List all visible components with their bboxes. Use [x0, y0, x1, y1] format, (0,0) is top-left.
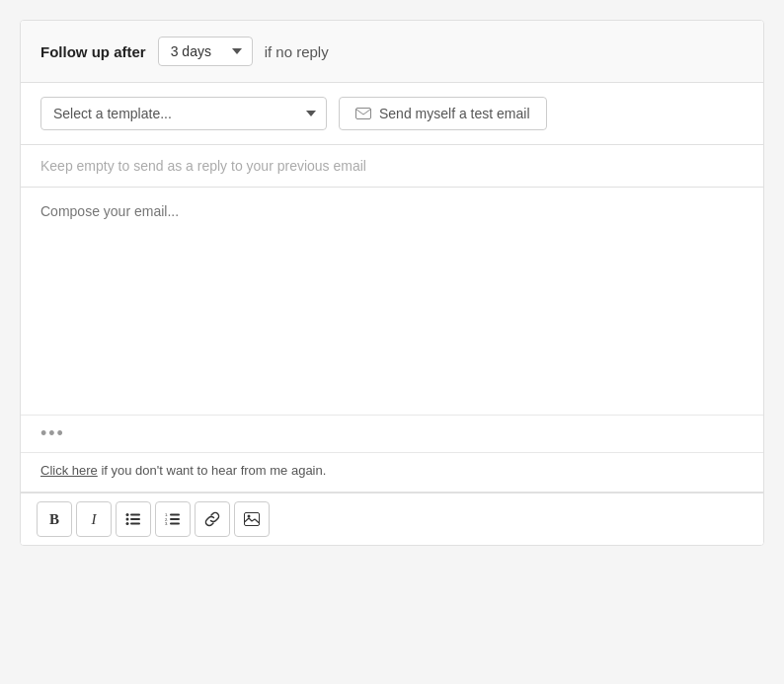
days-select[interactable]: 3 days 1 day 2 days 5 days 7 days 10 day…	[158, 37, 253, 66]
test-email-label: Send myself a test email	[379, 106, 530, 121]
svg-rect-0	[356, 109, 371, 119]
image-button[interactable]	[234, 501, 270, 537]
svg-text:3.: 3.	[165, 521, 168, 526]
svg-rect-10	[170, 518, 180, 520]
svg-point-1	[126, 513, 129, 516]
toolbar: B I 1. 2. 3.	[21, 493, 763, 545]
svg-point-3	[126, 518, 129, 521]
subject-row[interactable]: Keep empty to send as a reply to your pr…	[21, 145, 763, 188]
email-followup-editor: Follow up after 3 days 1 day 2 days 5 da…	[20, 20, 764, 546]
template-row: Select a template... Template 1 Template…	[21, 83, 763, 145]
svg-rect-13	[245, 513, 260, 526]
template-select[interactable]: Select a template... Template 1 Template…	[40, 97, 327, 130]
svg-rect-4	[130, 518, 140, 520]
ellipsis-text: •••	[40, 423, 65, 443]
unsubscribe-link[interactable]: Click here	[40, 463, 98, 478]
svg-rect-12	[170, 523, 180, 525]
svg-rect-6	[130, 523, 140, 525]
image-icon	[244, 512, 260, 526]
unsubscribe-row: Click here if you don't want to hear fro…	[21, 452, 763, 492]
ordered-list-button[interactable]: 1. 2. 3.	[155, 501, 191, 537]
followup-suffix: if no reply	[265, 43, 329, 60]
compose-textarea[interactable]	[21, 188, 763, 415]
link-button[interactable]	[195, 501, 230, 537]
followup-label: Follow up after	[40, 43, 146, 60]
email-icon	[355, 108, 371, 119]
unsubscribe-suffix: if you don't want to hear from me again.	[98, 463, 327, 478]
svg-point-5	[126, 522, 129, 525]
svg-point-14	[248, 515, 251, 518]
italic-button[interactable]: I	[76, 501, 112, 537]
subject-placeholder: Keep empty to send as a reply to your pr…	[40, 158, 366, 174]
svg-rect-8	[170, 514, 180, 516]
link-icon	[204, 511, 220, 527]
unordered-list-button[interactable]	[116, 501, 151, 537]
compose-area: ••• Click here if you don't want to hear…	[21, 188, 763, 493]
test-email-button[interactable]: Send myself a test email	[339, 97, 547, 130]
ul-icon	[125, 512, 141, 526]
bold-button[interactable]: B	[37, 501, 72, 537]
ellipsis-row: •••	[21, 415, 763, 452]
ol-icon: 1. 2. 3.	[165, 512, 181, 526]
svg-rect-2	[130, 514, 140, 516]
followup-row: Follow up after 3 days 1 day 2 days 5 da…	[21, 21, 763, 83]
